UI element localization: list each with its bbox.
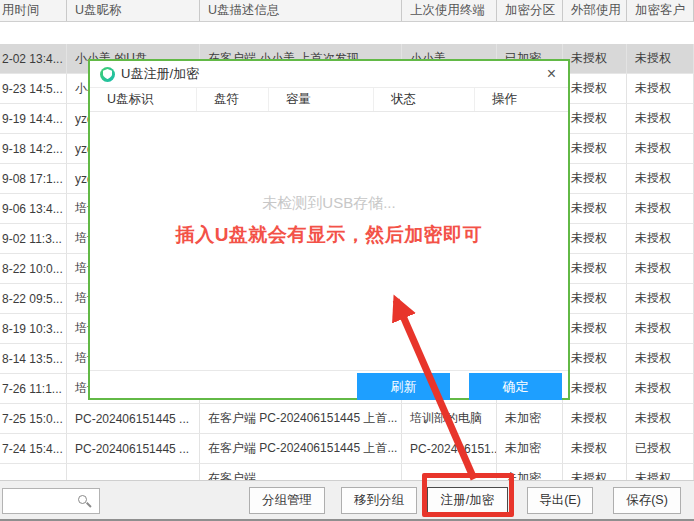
- dlg-col-capacity: 容量: [269, 88, 374, 111]
- dlg-col-usb-id: U盘标识: [90, 88, 197, 111]
- table-row[interactable]: 7-25 15:0... PC-202406151445 ... 在客户端 PC…: [0, 404, 694, 434]
- dlg-col-action: 操作: [475, 88, 568, 111]
- cell-encryption-client: 未授权: [627, 374, 694, 403]
- cell-last-used-time: 9-06 13:4...: [0, 194, 67, 223]
- table-row[interactable]: 在客户端 ... 未加密 未授权 未授权: [0, 464, 694, 480]
- col-header-usb-nickname[interactable]: U盘昵称: [67, 0, 200, 21]
- col-header-encryption-client[interactable]: 加密客户: [627, 0, 694, 21]
- search-box: [2, 488, 100, 514]
- dlg-col-drive-letter: 盘符: [197, 88, 269, 111]
- dialog-title: U盘注册/加密: [121, 65, 199, 83]
- cell-last-used-time: 9-08 17:1...: [0, 164, 67, 193]
- cell-encryption-client: 未授权: [627, 104, 694, 133]
- col-header-last-used-time[interactable]: 用时间: [0, 0, 67, 21]
- search-icon-handle: [86, 502, 91, 507]
- dialog-titlebar: U盘注册/加密 ×: [90, 61, 568, 88]
- dialog-footer: 刷新 确定: [90, 370, 568, 399]
- cell-usb-nickname: PC-202406151445 ...: [67, 404, 200, 433]
- cell-encryption-client: 未授权: [627, 404, 694, 433]
- cell-encrypted-partition: 未加密: [497, 464, 563, 480]
- search-input[interactable]: [3, 489, 79, 513]
- cell-encryption-client: 未授权: [627, 254, 694, 283]
- annotation-note-text: 插入U盘就会有显示，然后加密即可: [90, 222, 568, 248]
- cell-last-used-time: 8-14 13:5...: [0, 344, 67, 373]
- cell-external-use: 未授权: [563, 284, 627, 313]
- cell-last-used-time: 9-18 14:2...: [0, 134, 67, 163]
- cell-external-use: 未授权: [563, 104, 627, 133]
- cell-encryption-client: 未授权: [627, 344, 694, 373]
- cell-encryption-client: 未授权: [627, 314, 694, 343]
- cell-usb-nickname: PC-202406151445 ...: [67, 434, 200, 463]
- dialog-body: 未检测到USB存储... 插入U盘就会有显示，然后加密即可: [90, 112, 568, 370]
- cell-external-use: 未授权: [563, 314, 627, 343]
- cell-last-used-time: 8-22 09:5...: [0, 284, 67, 313]
- col-header-encrypted-partition[interactable]: 加密分区: [497, 0, 563, 21]
- cell-encryption-client: 未授权: [627, 134, 694, 163]
- table-row[interactable]: 7-24 15:4... PC-202406151445 ... 在客户端 PC…: [0, 434, 694, 464]
- cell-last-terminal: [402, 464, 497, 480]
- save-button[interactable]: 保存(S): [613, 487, 681, 514]
- cell-encryption-client: 已授权: [627, 434, 694, 463]
- cell-last-used-time: 9-19 14:4...: [0, 104, 67, 133]
- usb-manager-window: 用时间 U盘昵称 U盘描述信息 上次使用终端 加密分区 外部使用 加密客户 2-…: [0, 0, 694, 521]
- close-icon[interactable]: ×: [547, 65, 556, 83]
- cell-last-used-time: 9-02 11:3...: [0, 224, 67, 253]
- confirm-button[interactable]: 确定: [469, 373, 562, 400]
- usb-register-encrypt-dialog: U盘注册/加密 × U盘标识 盘符 容量 状态 操作 未检测到USB存储... …: [88, 59, 570, 400]
- bottom-toolbar: 分组管理 移到分组 注册/加密 导出(E) 保存(S): [0, 480, 694, 521]
- cell-last-terminal: 培训部的电脑: [402, 404, 497, 433]
- cell-last-used-time: 9-23 14:5...: [0, 74, 67, 103]
- cell-last-used-time: 7-24 15:4...: [0, 434, 67, 463]
- cell-encryption-client: 未授权: [627, 164, 694, 193]
- register-encrypt-button[interactable]: 注册/加密: [427, 487, 508, 514]
- cell-external-use: 未授权: [563, 464, 627, 480]
- cell-external-use: 未授权: [563, 74, 627, 103]
- cell-external-use: 未授权: [563, 134, 627, 163]
- cell-external-use: 未授权: [563, 44, 627, 73]
- cell-last-used-time: 7-25 15:0...: [0, 404, 67, 433]
- move-to-group-button[interactable]: 移到分组: [341, 487, 417, 514]
- refresh-button[interactable]: 刷新: [357, 373, 450, 400]
- cell-usb-description: 在客户端 ...: [200, 464, 402, 480]
- table-header-row: 用时间 U盘昵称 U盘描述信息 上次使用终端 加密分区 外部使用 加密客户: [0, 0, 694, 22]
- cell-last-used-time: 8-19 10:3...: [0, 314, 67, 343]
- cell-external-use: 未授权: [563, 344, 627, 373]
- group-manage-button[interactable]: 分组管理: [249, 487, 325, 514]
- cell-external-use: 未授权: [563, 434, 627, 463]
- cell-encryption-client: 未授权: [627, 194, 694, 223]
- cell-encrypted-partition: 未加密: [497, 434, 563, 463]
- cell-encryption-client: 未授权: [627, 224, 694, 253]
- cell-external-use: 未授权: [563, 254, 627, 283]
- dlg-col-status: 状态: [374, 88, 475, 111]
- cell-external-use: 未授权: [563, 404, 627, 433]
- cell-last-terminal: PC-202406151...: [402, 434, 497, 463]
- cell-encrypted-partition: 未加密: [497, 404, 563, 433]
- cell-encryption-client: 未授权: [627, 464, 694, 480]
- col-header-usb-description[interactable]: U盘描述信息: [200, 0, 402, 21]
- dialog-table-header: U盘标识 盘符 容量 状态 操作: [90, 88, 568, 112]
- cell-encryption-client: 未授权: [627, 284, 694, 313]
- col-header-last-terminal[interactable]: 上次使用终端: [402, 0, 497, 21]
- col-header-external-use[interactable]: 外部使用: [563, 0, 627, 21]
- cell-external-use: 未授权: [563, 224, 627, 253]
- export-button[interactable]: 导出(E): [527, 487, 593, 514]
- cell-usb-description: 在客户端 PC-202406151445 上首...: [200, 434, 402, 463]
- cell-external-use: 未授权: [563, 194, 627, 223]
- cell-last-used-time: [0, 464, 67, 480]
- cell-last-used-time: 7-26 11:1...: [0, 374, 67, 403]
- cell-encryption-client: 未授权: [627, 74, 694, 103]
- cell-encryption-client: 未授权: [627, 44, 694, 73]
- cell-last-used-time: 2-02 13:4...: [0, 44, 67, 73]
- cell-external-use: 未授权: [563, 164, 627, 193]
- shield-icon: [100, 67, 115, 82]
- cell-last-used-time: 8-22 10:0...: [0, 254, 67, 283]
- cell-usb-description: 在客户端 PC-202406151445 上首...: [200, 404, 402, 433]
- cell-external-use: 未授权: [563, 374, 627, 403]
- cell-usb-nickname: [67, 464, 200, 480]
- no-usb-detected-text: 未检测到USB存储...: [90, 194, 568, 213]
